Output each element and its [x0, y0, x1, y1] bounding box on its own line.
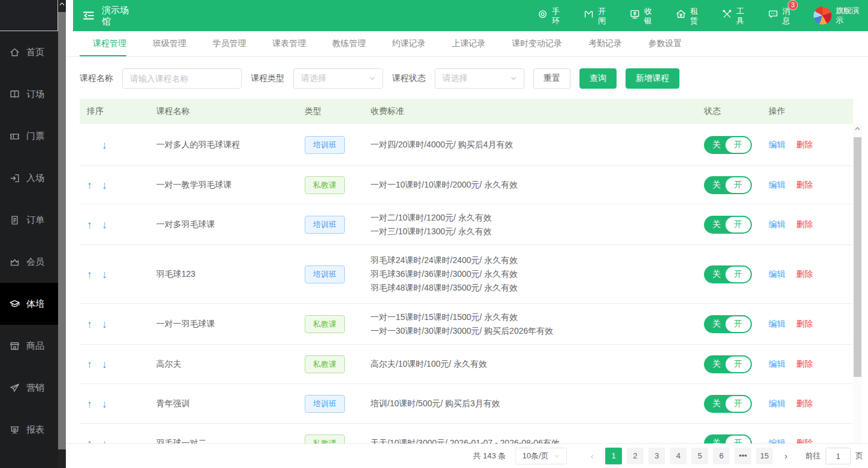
tab-1[interactable]: 班级管理	[139, 31, 199, 56]
tab-0[interactable]: 课程管理	[80, 31, 139, 56]
page-button-6[interactable]: 6	[713, 448, 730, 464]
page-ellipsis[interactable]: •••	[735, 448, 751, 464]
sidebar-item-0[interactable]: 首页	[0, 31, 58, 73]
top-menu-item-3[interactable]: 租赁	[675, 5, 699, 26]
edit-link[interactable]: 编辑	[769, 140, 785, 149]
move-down-icon[interactable]: ↓	[102, 438, 107, 444]
top-menu-label: 工具	[736, 7, 745, 26]
delete-link[interactable]: 删除	[796, 140, 813, 149]
tab-3[interactable]: 课表管理	[259, 31, 319, 56]
top-menu-item-0[interactable]: 手环	[537, 5, 560, 26]
edit-link[interactable]: 编辑	[769, 438, 785, 443]
move-up-icon[interactable]: ↑	[87, 359, 92, 370]
scroll-up-icon[interactable]	[59, 2, 65, 5]
course-status-select[interactable]: 请选择	[435, 68, 524, 89]
venue-title: 演示场馆	[102, 4, 130, 27]
sidebar-item-5[interactable]: 会员	[0, 241, 58, 283]
sidebar-item-6[interactable]: 体培	[0, 283, 58, 325]
course-type-select[interactable]: 请选择	[293, 68, 383, 89]
scroll-up-icon[interactable]	[855, 127, 860, 130]
delete-link[interactable]: 删除	[796, 269, 813, 279]
status-toggle[interactable]: 关开	[704, 136, 752, 154]
tab-6[interactable]: 上课记录	[439, 31, 499, 56]
move-down-icon[interactable]: ↓	[102, 180, 107, 191]
move-up-icon[interactable]: ↑	[87, 438, 92, 444]
prev-page-button[interactable]: ‹	[584, 448, 600, 464]
edit-link[interactable]: 编辑	[769, 269, 785, 279]
delete-link[interactable]: 删除	[796, 219, 813, 229]
table-scrollbar[interactable]	[853, 124, 862, 443]
page-size-select[interactable]: 10条/页	[515, 448, 567, 464]
status-toggle[interactable]: 关开	[704, 395, 752, 413]
top-menu-item-1[interactable]: 开闸	[583, 5, 606, 26]
edit-link[interactable]: 编辑	[769, 180, 785, 189]
page-button-2[interactable]: 2	[627, 448, 644, 464]
top-menu-item-4[interactable]: 工具	[721, 5, 745, 26]
search-button[interactable]: 查询	[579, 68, 617, 89]
status-toggle[interactable]: 关开	[704, 216, 752, 234]
course-name-input[interactable]	[122, 68, 242, 89]
sidebar-item-8[interactable]: 营销	[0, 367, 58, 409]
goto-page-input[interactable]	[825, 448, 851, 464]
move-up-icon[interactable]: ↑	[87, 219, 92, 230]
sidebar-item-1[interactable]: 订场	[0, 73, 58, 115]
toggle-off-label: 关	[712, 140, 721, 150]
move-up-icon[interactable]: ↑	[87, 180, 92, 191]
delete-link[interactable]: 删除	[796, 438, 813, 443]
delete-link[interactable]: 删除	[796, 319, 813, 328]
move-down-icon[interactable]: ↓	[102, 140, 107, 150]
top-menu-item-2[interactable]: 收银	[629, 5, 652, 26]
next-page-button[interactable]: ›	[778, 448, 794, 464]
sidebar-nav: 首页订场门票入场订单会员体培商品营销报表	[0, 31, 58, 451]
move-down-icon[interactable]: ↓	[102, 219, 107, 230]
edit-link[interactable]: 编辑	[769, 359, 785, 369]
move-up-icon[interactable]: ↑	[87, 398, 92, 409]
status-toggle[interactable]: 关开	[704, 176, 752, 194]
move-up-icon[interactable]: ↑	[87, 269, 92, 280]
add-course-button[interactable]: 新增课程	[626, 68, 679, 89]
sidebar-scrollbar[interactable]	[58, 0, 66, 468]
sidebar-item-7[interactable]: 商品	[0, 325, 58, 367]
tab-8[interactable]: 考勤记录	[575, 31, 635, 56]
goto-label: 前往	[805, 451, 821, 461]
column-header-0: 排序	[80, 106, 156, 117]
move-down-icon[interactable]: ↓	[102, 319, 107, 330]
tab-4[interactable]: 教练管理	[319, 31, 379, 56]
edit-link[interactable]: 编辑	[769, 319, 785, 328]
collapse-menu-icon[interactable]	[81, 8, 96, 23]
scrollbar-thumb[interactable]	[58, 12, 66, 449]
tab-9[interactable]: 参数设置	[635, 31, 695, 56]
move-down-icon[interactable]: ↓	[102, 269, 107, 280]
page-button-5[interactable]: 5	[691, 448, 708, 464]
sidebar-item-3[interactable]: 入场	[0, 157, 58, 199]
page-button-1[interactable]: 1	[605, 448, 622, 464]
status-toggle[interactable]: 关开	[704, 355, 752, 373]
sidebar-item-label: 订单	[26, 215, 44, 226]
tab-5[interactable]: 约课记录	[379, 31, 439, 56]
move-down-icon[interactable]: ↓	[102, 359, 107, 370]
page-button-4[interactable]: 4	[670, 448, 687, 464]
user-menu[interactable]: 旗舰演示	[814, 6, 860, 25]
fee-line: 一对一30课时/30课时/3000元/ 购买后2026年有效	[371, 324, 704, 338]
tab-2[interactable]: 学员管理	[199, 31, 259, 56]
reset-button[interactable]: 重置	[533, 68, 570, 89]
avatar[interactable]	[814, 7, 831, 25]
status-toggle[interactable]: 关开	[704, 315, 752, 333]
status-toggle[interactable]: 关开	[704, 265, 752, 283]
move-up-icon[interactable]: ↑	[87, 319, 92, 330]
last-page-button[interactable]: 15	[756, 448, 773, 464]
tab-7[interactable]: 课时变动记录	[499, 31, 575, 56]
delete-link[interactable]: 删除	[796, 398, 813, 408]
edit-link[interactable]: 编辑	[769, 219, 785, 229]
status-toggle[interactable]: 关开	[704, 434, 752, 444]
scrollbar-thumb[interactable]	[854, 137, 861, 377]
sidebar-item-9[interactable]: 报表	[0, 409, 58, 451]
sidebar-item-2[interactable]: 门票	[0, 115, 58, 157]
delete-link[interactable]: 删除	[796, 359, 813, 369]
move-down-icon[interactable]: ↓	[102, 398, 107, 409]
top-menu-item-5[interactable]: 消息3	[767, 5, 791, 26]
sidebar-item-4[interactable]: 订单	[0, 199, 58, 241]
page-button-3[interactable]: 3	[648, 448, 665, 464]
delete-link[interactable]: 删除	[796, 180, 813, 189]
edit-link[interactable]: 编辑	[769, 398, 785, 408]
